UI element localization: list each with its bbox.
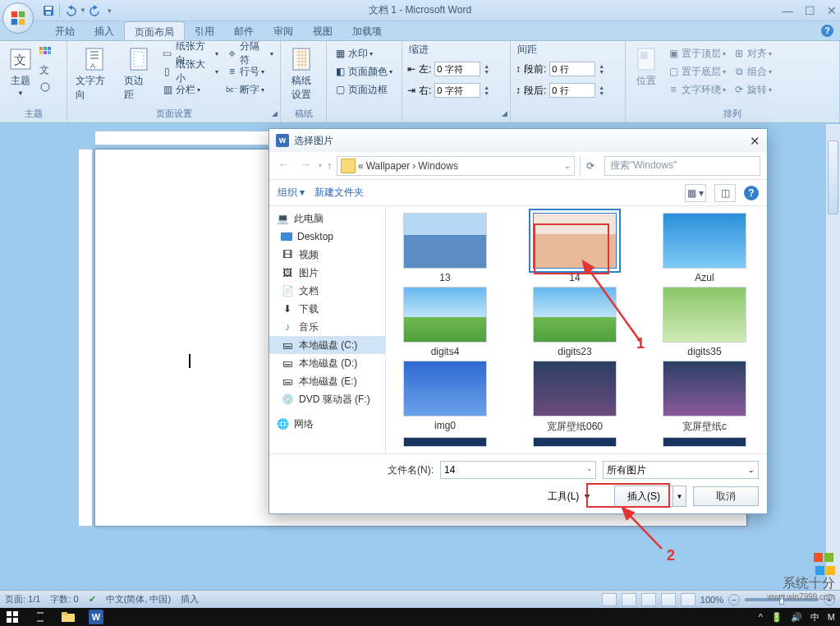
file-type-select[interactable]: 所有图片⌄ bbox=[603, 461, 759, 479]
tab-insert[interactable]: 插入 bbox=[85, 21, 124, 40]
tab-mailings[interactable]: 邮件 bbox=[224, 21, 264, 40]
tree-desktop[interactable]: Desktop bbox=[269, 228, 385, 246]
tab-page-layout[interactable]: 页面布局 bbox=[124, 21, 185, 40]
tab-home[interactable]: 开始 bbox=[45, 21, 85, 40]
text-wrap-button[interactable]: ≡文字环绕▾ bbox=[665, 81, 728, 99]
tree-disk-d[interactable]: 🖴本地磁盘 (D:) bbox=[269, 354, 385, 372]
zoom-out-button[interactable]: − bbox=[728, 594, 740, 605]
status-page[interactable]: 页面: 1/1 bbox=[5, 593, 40, 605]
pagesetup-dialog-launcher[interactable]: ◢ bbox=[272, 109, 278, 117]
view-draft[interactable] bbox=[681, 593, 695, 606]
spacing-before-input[interactable] bbox=[549, 62, 595, 76]
status-mode[interactable]: 插入 bbox=[181, 593, 199, 605]
text-direction-button[interactable]: A 文字方向 bbox=[72, 44, 117, 104]
tab-addins[interactable]: 加载项 bbox=[342, 21, 392, 40]
nav-forward-button[interactable]: → bbox=[297, 158, 314, 174]
tree-videos[interactable]: 🎞视频 bbox=[269, 246, 385, 264]
nav-up-button[interactable]: ↑ bbox=[327, 160, 332, 172]
task-view-button[interactable] bbox=[33, 610, 48, 624]
tray-ime-cn[interactable]: 中 bbox=[810, 611, 819, 624]
margins-button[interactable]: 页边距 bbox=[121, 44, 156, 104]
file-explorer-button[interactable] bbox=[61, 610, 76, 624]
indent-right-spin[interactable]: ⇥ 右: ▲▼ bbox=[407, 81, 505, 99]
tree-disk-e[interactable]: 🖴本地磁盘 (E:) bbox=[269, 372, 385, 390]
paragraph-dialog-launcher[interactable]: ◢ bbox=[502, 109, 507, 117]
tree-documents[interactable]: 📄文档 bbox=[269, 282, 385, 300]
view-web-layout[interactable] bbox=[641, 593, 656, 606]
file-item[interactable]: digits4 bbox=[392, 287, 498, 357]
columns-button[interactable]: ▥分栏▾ bbox=[159, 81, 220, 99]
dialog-close-button[interactable]: ✕ bbox=[750, 134, 760, 149]
position-button[interactable]: 位置 bbox=[631, 44, 662, 90]
file-item[interactable] bbox=[522, 437, 627, 447]
indent-right-input[interactable] bbox=[434, 83, 480, 98]
dialog-titlebar[interactable]: W 选择图片 ✕ bbox=[269, 129, 767, 152]
rotate-button[interactable]: ⟳旋转▾ bbox=[731, 81, 773, 99]
save-icon[interactable] bbox=[41, 3, 56, 18]
start-button[interactable] bbox=[5, 610, 20, 624]
watermark-button[interactable]: ▦水印▾ bbox=[332, 44, 394, 62]
zoom-slider[interactable] bbox=[745, 598, 819, 601]
themes-button[interactable]: 文 主题 ▼ bbox=[5, 44, 36, 99]
breaks-button[interactable]: ⎆分隔符▾ bbox=[223, 44, 275, 62]
zoom-level[interactable]: 100% bbox=[700, 595, 723, 605]
tools-button[interactable]: 工具(L) ▾ bbox=[548, 490, 590, 504]
maximize-button[interactable]: ☐ bbox=[805, 4, 815, 17]
spacing-before-spin[interactable]: ↕ 段前: ▲▼ bbox=[516, 60, 620, 78]
filename-input[interactable] bbox=[440, 461, 596, 479]
tree-music[interactable]: ♪音乐 bbox=[269, 318, 385, 336]
tree-dvd[interactable]: 💿DVD 驱动器 (F:) bbox=[269, 390, 385, 408]
zoom-in-button[interactable]: + bbox=[824, 594, 835, 605]
tree-pictures[interactable]: 🖼图片 bbox=[269, 264, 385, 282]
tray-volume-icon[interactable]: 🔊 bbox=[791, 612, 802, 623]
file-item[interactable]: 宽屏壁纸c bbox=[652, 361, 757, 434]
size-button[interactable]: ▯纸张大小▾ bbox=[159, 62, 220, 81]
organize-button[interactable]: 组织 ▾ bbox=[278, 186, 305, 200]
insert-button-main[interactable]: 插入(S) bbox=[615, 486, 672, 506]
page-borders-button[interactable]: ▢页面边框 bbox=[332, 81, 394, 99]
nav-back-button[interactable]: ← bbox=[276, 158, 292, 174]
tab-review[interactable]: 审阅 bbox=[264, 21, 303, 40]
indent-left-spin[interactable]: ⇤ 左: ▲▼ bbox=[407, 60, 505, 78]
folder-tree[interactable]: 💻此电脑 Desktop 🎞视频 🖼图片 📄文档 ⬇下载 ♪音乐 🖴本地磁盘 (… bbox=[269, 206, 386, 453]
page-color-button[interactable]: ◧页面颜色▾ bbox=[332, 62, 394, 81]
minimize-button[interactable]: — bbox=[782, 4, 793, 17]
indent-left-input[interactable] bbox=[434, 62, 480, 76]
file-item[interactable] bbox=[652, 437, 757, 447]
close-button[interactable]: ✕ bbox=[827, 4, 837, 17]
file-item[interactable]: 13 bbox=[392, 213, 498, 283]
line-numbers-button[interactable]: ≡行号▾ bbox=[223, 62, 275, 81]
refresh-button[interactable]: ⟳ bbox=[580, 156, 599, 176]
group-button[interactable]: ⧉组合▾ bbox=[731, 62, 773, 81]
tree-downloads[interactable]: ⬇下载 bbox=[269, 300, 385, 318]
file-list[interactable]: 13 14 Azul digits4 digits23 digits35 img… bbox=[386, 206, 767, 453]
view-outline[interactable] bbox=[661, 593, 676, 606]
status-words[interactable]: 字数: 0 bbox=[50, 593, 78, 605]
help-icon[interactable]: ? bbox=[821, 25, 833, 37]
dialog-help-button[interactable]: ? bbox=[744, 186, 759, 200]
word-taskbar-button[interactable]: W bbox=[89, 610, 103, 624]
status-language[interactable]: 中文(简体, 中国) bbox=[106, 593, 171, 605]
file-item[interactable]: Azul bbox=[652, 213, 757, 283]
bring-front-button[interactable]: ▣置于顶层▾ bbox=[665, 44, 728, 62]
view-print-layout[interactable] bbox=[602, 593, 617, 606]
tray-up-icon[interactable]: ^ bbox=[759, 612, 763, 622]
vertical-ruler[interactable] bbox=[78, 149, 93, 527]
vertical-scrollbar[interactable] bbox=[825, 124, 840, 590]
tree-network[interactable]: 🌐网络 bbox=[269, 415, 385, 433]
file-item[interactable] bbox=[392, 437, 498, 447]
preview-pane-button[interactable]: ◫ bbox=[714, 184, 736, 202]
file-item[interactable]: img0 bbox=[392, 361, 498, 434]
redo-icon[interactable] bbox=[88, 3, 103, 18]
file-item[interactable]: 宽屏壁纸060 bbox=[522, 361, 627, 434]
tray-battery-icon[interactable]: 🔋 bbox=[771, 612, 783, 623]
tree-this-pc[interactable]: 💻此电脑 bbox=[269, 209, 385, 228]
address-bar[interactable]: « Wallpaper › Windows ⌄ bbox=[337, 156, 575, 176]
view-full-screen[interactable] bbox=[622, 593, 636, 606]
hyphenation-button[interactable]: bc⁻断字▾ bbox=[223, 81, 275, 99]
insert-button[interactable]: 插入(S) ▼ bbox=[614, 486, 686, 507]
send-back-button[interactable]: ▢置于底层▾ bbox=[665, 62, 728, 81]
spacing-after-input[interactable] bbox=[549, 83, 595, 98]
theme-effects-icon[interactable] bbox=[39, 81, 51, 95]
view-mode-button[interactable]: ▦ ▾ bbox=[685, 184, 706, 202]
